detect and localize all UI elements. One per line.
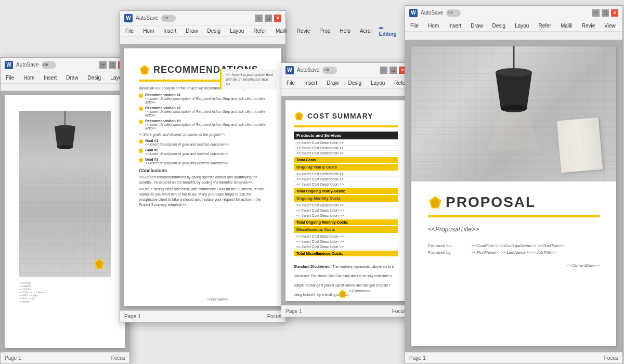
autosave-label-3: AutoSave bbox=[297, 67, 319, 73]
tab-review-4[interactable]: Revie bbox=[580, 22, 597, 30]
rec-bullet-2: Recommendation #2 <<Insert detailed desc… bbox=[139, 106, 267, 117]
tab-insert-1[interactable]: Insert bbox=[42, 74, 59, 82]
maximize-button-4[interactable]: □ bbox=[602, 9, 609, 17]
tab-home-1[interactable]: Hom bbox=[21, 74, 36, 82]
pull-quote-2: << Insert a pull quote that will be in e… bbox=[220, 69, 277, 89]
minimize-button-1[interactable]: ─ bbox=[99, 61, 107, 69]
prepared-by-label: Prepared by: bbox=[428, 250, 470, 255]
cost-total-1: Total Costs bbox=[294, 157, 398, 163]
maximize-button-3[interactable]: □ bbox=[389, 67, 397, 74]
minimize-button-2[interactable]: ─ bbox=[255, 15, 263, 22]
tab-layout-3[interactable]: Layou bbox=[369, 79, 387, 87]
tab-acrobat-2[interactable]: Acrol bbox=[358, 27, 374, 35]
tab-references-4[interactable]: Refer bbox=[536, 22, 553, 30]
tab-mailings-4[interactable]: Mailli bbox=[558, 22, 575, 30]
tab-design-1[interactable]: Desig bbox=[86, 74, 103, 82]
conclusions-heading: Conclusions bbox=[139, 168, 267, 173]
page-indicator-2: Page 1 bbox=[124, 314, 141, 319]
prepared-for-value: <<CustFirst>> <<CustLastName>> <<CustTit… bbox=[472, 243, 600, 248]
tab-file-1[interactable]: File bbox=[4, 74, 16, 82]
rec-title-3: Recommendation #3 bbox=[145, 119, 267, 123]
doc-page-4: PROPOSAL <<ProposalTitle>> Prepared for:… bbox=[411, 46, 616, 346]
page-indicator-3: Page 1 bbox=[285, 308, 302, 314]
tab-draw-4[interactable]: Draw bbox=[469, 22, 485, 30]
autosave-toggle-2[interactable]: Off bbox=[161, 15, 176, 22]
tab-review-2[interactable]: Revie bbox=[295, 27, 313, 35]
tab-draw-1[interactable]: Draw bbox=[64, 74, 80, 82]
focus-label-4: Focus bbox=[604, 355, 618, 361]
statusbar-4: Page 1 Focus bbox=[405, 352, 622, 363]
titlebar-1: W AutoSave Off ─ □ ✕ bbox=[1, 58, 129, 72]
proposal-title-placeholder: <<ProposalTitle>> bbox=[428, 226, 600, 233]
tab-draw-3[interactable]: Draw bbox=[324, 79, 341, 87]
tab-draw-2[interactable]: Draw bbox=[184, 27, 200, 35]
cost-row-2-3: << Insert Cost Description >> bbox=[294, 182, 398, 187]
maximize-button-1[interactable]: □ bbox=[109, 61, 116, 69]
cost-row-2-2: << Insert Cost Description >> bbox=[294, 177, 398, 182]
minimize-button-4[interactable]: ─ bbox=[592, 9, 600, 17]
tab-references-2[interactable]: Refer bbox=[251, 27, 268, 35]
rec-bullet-3: Recommendation #3 <<Insert detailed desc… bbox=[139, 119, 267, 130]
tab-help-2[interactable]: Help bbox=[337, 27, 353, 35]
conclusions-text-1: <<Support recommendations by giving spec… bbox=[139, 175, 267, 185]
goal-dot-3 bbox=[139, 158, 143, 162]
yellow-divider-3 bbox=[294, 125, 398, 127]
autosave-toggle-3[interactable]: Off bbox=[322, 67, 337, 74]
corner-logo-1 bbox=[93, 257, 106, 272]
doc-content-3: COST SUMMARY Products and Services << In… bbox=[281, 96, 410, 305]
doc-logo-4: PROPOSAL bbox=[428, 194, 600, 211]
word-icon-4: W bbox=[409, 9, 418, 17]
diamond-logo-2 bbox=[139, 64, 150, 75]
ribbon-4: File Hom Insert Draw Desig Layou Refer M… bbox=[405, 20, 622, 32]
rec-detail-1: <<Insert detailed description of Require… bbox=[145, 97, 267, 104]
ribbon-1: File Hom Insert Draw Desig Layou Refer M… bbox=[1, 72, 129, 84]
footer-line-7: <<Dom bbox=[19, 300, 111, 303]
tab-file-2[interactable]: File bbox=[123, 27, 136, 35]
bullet-dot-3 bbox=[139, 120, 143, 124]
close-button-4[interactable]: ✕ bbox=[611, 9, 618, 17]
maximize-button-2[interactable]: □ bbox=[265, 15, 272, 22]
current-date-value: <<CurrentDate>> bbox=[428, 263, 600, 268]
state-goals-text: <<State goals and desired outcomes of th… bbox=[139, 133, 267, 136]
tab-insert-4[interactable]: Insert bbox=[446, 22, 463, 30]
bottom-domain-2: <<Domain>> bbox=[207, 297, 228, 301]
word-window-3: W AutoSave Off ─ □ ✕ File Insert Draw De… bbox=[281, 62, 411, 317]
diamond-icon-1 bbox=[93, 257, 106, 270]
tab-prop-2[interactable]: Prop bbox=[317, 27, 332, 35]
tab-file-3[interactable]: File bbox=[284, 79, 297, 87]
proposal-hero-image bbox=[411, 46, 616, 181]
tab-layout-2[interactable]: Layou bbox=[228, 27, 246, 35]
focus-label-3: Focus bbox=[392, 308, 406, 314]
tab-insert-2[interactable]: Insert bbox=[161, 27, 178, 35]
tab-home-4[interactable]: Hom bbox=[426, 22, 441, 30]
cost-total-4: Total Miscellaneous Costs: bbox=[294, 251, 398, 256]
goal-detail-3: <<Insert description of goal and desired… bbox=[145, 161, 229, 165]
tab-design-3[interactable]: Desig bbox=[346, 79, 363, 87]
word-icon-3: W bbox=[285, 66, 294, 74]
tab-insert-3[interactable]: Insert bbox=[302, 79, 319, 87]
minimize-button-3[interactable]: ─ bbox=[380, 67, 387, 74]
word-icon-1: W bbox=[5, 61, 13, 69]
goal-title-1: Goal #1 bbox=[145, 139, 229, 142]
cost-summary-heading: COST SUMMARY bbox=[307, 112, 373, 120]
tab-home-2[interactable]: Hom bbox=[141, 27, 156, 35]
bullet-dot-2 bbox=[139, 107, 143, 111]
cost-row-4-2: << Insert Cost Description >> bbox=[294, 239, 398, 244]
prepared-by-value: <<FirstName>> <<LastName>> <<JobTitle>> bbox=[472, 250, 600, 255]
tab-view-4[interactable]: View bbox=[602, 22, 618, 30]
autosave-label-2: AutoSave bbox=[136, 15, 158, 21]
close-button-2[interactable]: ✕ bbox=[274, 15, 281, 22]
window-controls-4: ─ □ ✕ bbox=[592, 9, 618, 17]
tab-mailings-2[interactable]: Mailli bbox=[274, 27, 290, 35]
autosave-toggle-1[interactable]: Off bbox=[42, 61, 56, 69]
bottom-domain-3: <<Domain>> bbox=[349, 289, 370, 298]
diamond-logo-3 bbox=[294, 111, 304, 121]
proposal-main-heading: PROPOSAL bbox=[446, 194, 536, 211]
tab-design-2[interactable]: Desig bbox=[205, 27, 223, 35]
doc-page-3: COST SUMMARY Products and Services << In… bbox=[285, 100, 406, 301]
tab-layout-4[interactable]: Layou bbox=[513, 22, 531, 30]
page-indicator-4: Page 1 bbox=[409, 355, 426, 361]
tab-file-4[interactable]: File bbox=[408, 22, 421, 30]
autosave-toggle-4[interactable]: Off bbox=[446, 9, 461, 17]
tab-design-4[interactable]: Desig bbox=[490, 22, 508, 30]
